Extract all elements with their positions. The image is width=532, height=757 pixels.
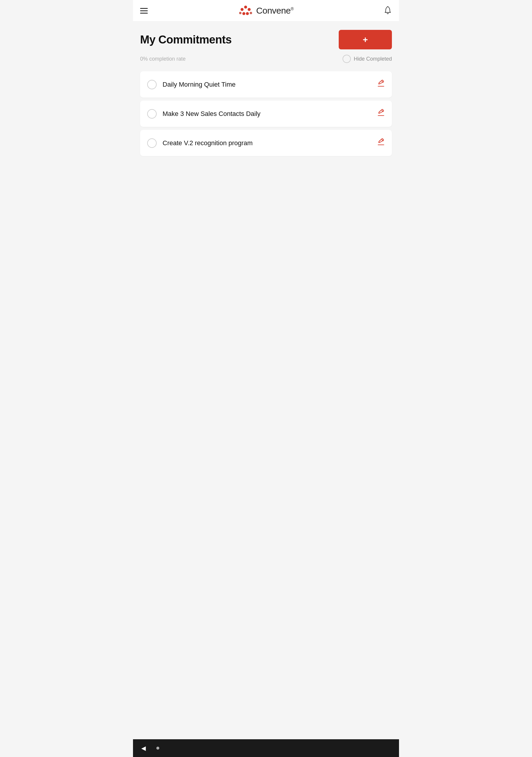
svg-point-0: [244, 6, 247, 9]
edit-commitment-button-1[interactable]: [377, 109, 385, 119]
back-button[interactable]: ◀: [141, 744, 146, 752]
commitment-checkbox-1[interactable]: [147, 109, 157, 119]
commitment-item: Daily Morning Quiet Time: [140, 71, 392, 98]
subtitle-row: 0% completion rate Hide Completed: [140, 55, 392, 63]
commitment-left: Create V.2 recognition program: [147, 138, 253, 148]
completion-rate: 0% completion rate: [140, 56, 186, 62]
main-content: My Commitments + 0% completion rate Hide…: [133, 21, 399, 739]
commitment-checkbox-0[interactable]: [147, 80, 157, 89]
commitment-item: Make 3 New Sales Contacts Daily: [140, 101, 392, 127]
svg-point-2: [248, 8, 251, 11]
edit-commitment-button-0[interactable]: [377, 79, 385, 89]
svg-point-1: [241, 8, 244, 11]
notification-bell-button[interactable]: [384, 6, 392, 15]
app-header: Convene®: [133, 0, 399, 21]
menu-button[interactable]: [140, 8, 148, 14]
svg-point-5: [246, 12, 249, 15]
commitment-text-0: Daily Morning Quiet Time: [163, 81, 236, 88]
home-button[interactable]: [156, 747, 159, 750]
page-header-row: My Commitments +: [140, 30, 392, 49]
logo-text: Convene®: [256, 6, 293, 16]
svg-point-6: [250, 12, 252, 14]
commitment-list: Daily Morning Quiet Time Make 3 New Sale…: [140, 71, 392, 156]
hide-completed-toggle-circle[interactable]: [342, 55, 351, 63]
add-commitment-button[interactable]: +: [339, 30, 392, 49]
commitment-text-2: Create V.2 recognition program: [163, 139, 253, 147]
svg-point-4: [242, 12, 245, 15]
logo: Convene®: [238, 5, 293, 16]
bottom-nav: ◀: [133, 739, 399, 757]
hide-completed-toggle[interactable]: Hide Completed: [342, 55, 392, 63]
edit-commitment-button-2[interactable]: [377, 138, 385, 148]
commitment-checkbox-2[interactable]: [147, 138, 157, 148]
commitment-item: Create V.2 recognition program: [140, 130, 392, 156]
hide-completed-label: Hide Completed: [354, 56, 392, 62]
commitment-left: Daily Morning Quiet Time: [147, 80, 236, 89]
svg-point-3: [239, 12, 242, 14]
logo-icon: [238, 5, 253, 16]
page-title: My Commitments: [140, 33, 232, 46]
commitment-left: Make 3 New Sales Contacts Daily: [147, 109, 260, 119]
commitment-text-1: Make 3 New Sales Contacts Daily: [163, 110, 260, 118]
